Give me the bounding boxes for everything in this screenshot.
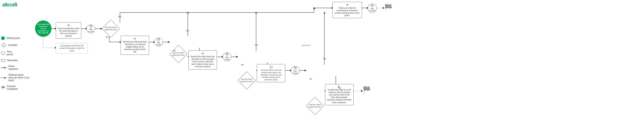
- diagram-arrows: [0, 0, 644, 140]
- condition3-label: Has this client clicked the link?: [237, 77, 256, 83]
- wait4-icon: ⏰: [294, 67, 297, 70]
- transfer-icon: 📞: [327, 85, 352, 89]
- email2-node: ✉ Remind your client that their calculat…: [121, 36, 149, 55]
- condition1-node: Has this client clicked the link?: [101, 23, 120, 34]
- wait2-label: Wait3 days: [156, 42, 161, 46]
- wait3-label: Wait5 days: [224, 56, 230, 60]
- condition4-label: Has this client clicked the link?: [306, 103, 324, 109]
- wait5-label: Wait4 months: [369, 8, 376, 12]
- condition1-label: Has this client clicked the link?: [101, 25, 120, 32]
- dashed-box-node: A prospective client has left contact in…: [56, 43, 88, 53]
- wait2-icon: ⏰: [157, 38, 160, 41]
- yes-label-1: Yes: [118, 15, 121, 18]
- email3-icon: ✉: [190, 52, 215, 55]
- email4-label: Thank your client for purchasing an insu…: [335, 7, 359, 16]
- wait4-node: ⏰ Wait3 days: [291, 66, 300, 75]
- dashed-box-label: A prospective client has left contact in…: [59, 44, 84, 52]
- condition4-node: Has this client clicked the link?: [306, 100, 324, 112]
- wait1-label: Waitone day: [88, 28, 94, 32]
- email3-node: ✉ Remind this client about the calculato…: [188, 50, 217, 70]
- no-label-3: No: [241, 64, 244, 66]
- condition2-label: Has this client clicked the link?: [169, 51, 188, 57]
- no-label-1: No: [106, 36, 108, 38]
- yes-label-3: Yes: [254, 44, 258, 46]
- wait3-icon: ⏰: [225, 53, 228, 56]
- wait4-label: Wait3 days: [293, 70, 298, 74]
- diagram-container: A prospective client has used a calculat…: [0, 0, 644, 140]
- email3-label: Remind this client about the calculator …: [191, 55, 215, 68]
- email1-label: Send a prospective client his result and…: [58, 27, 80, 37]
- wait2-node: ⏰ Wait3 days: [154, 38, 163, 46]
- chat1-label: Send this client a link that contains th…: [260, 69, 282, 81]
- condition2-node: Has this client clicked the link?: [169, 48, 188, 60]
- flag3-node: 🏁: [363, 86, 370, 93]
- email1-node: ✉ Send a prospective client his result a…: [56, 22, 81, 39]
- email2-icon: ✉: [122, 37, 147, 40]
- wait1-icon: ⏰: [89, 25, 92, 28]
- email2-label: Remind your client that their calculator…: [123, 41, 147, 53]
- email4-icon: ✉: [334, 3, 360, 6]
- transfer-node: 📞 Transfer their data to a call-centre s…: [325, 84, 354, 105]
- start-node: A prospective client has used a calculat…: [35, 20, 52, 37]
- chat1-node: 💬 Send this client a link that contains …: [257, 64, 285, 82]
- transfer-label: Transfer their data to a call-centre so …: [327, 89, 352, 103]
- email4-node: ✉ Thank your client for purchasing an in…: [332, 2, 362, 18]
- condition3-node: Has this client clicked the link?: [237, 75, 256, 86]
- flag1-node: 🏁: [384, 4, 392, 11]
- clicked-no-label: clicked No: [295, 44, 318, 46]
- wait5-icon: ⏰: [370, 4, 374, 7]
- wait1-node: ⏰ Waitone day: [86, 24, 95, 33]
- start-node-label: A prospective client has used a calculat…: [36, 22, 50, 35]
- no-label-4: No: [309, 78, 312, 80]
- yes-label-2: Yes: [186, 29, 189, 32]
- wait3-node: ⏰ Wait5 days: [223, 52, 231, 61]
- chat1-icon: 💬: [258, 65, 284, 69]
- email1-icon: ✉: [58, 24, 80, 27]
- wait5-node: ⏰ Wait4 months: [368, 4, 377, 13]
- yes-label-4: Yes: [323, 57, 326, 60]
